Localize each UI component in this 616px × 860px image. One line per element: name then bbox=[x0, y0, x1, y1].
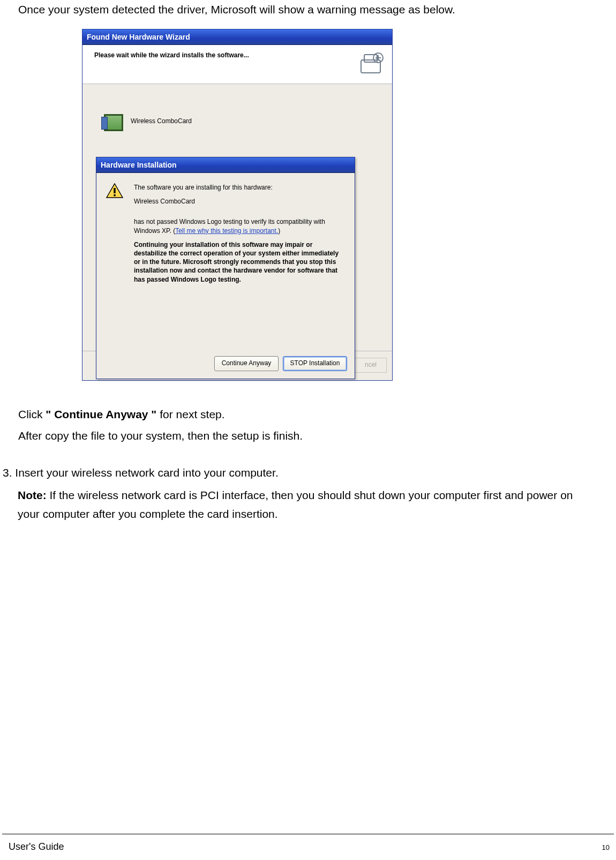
post-screenshot-text: Click " Continue Anyway " for next step.… bbox=[18, 403, 597, 447]
svg-rect-5 bbox=[114, 194, 115, 196]
click-pre: Click bbox=[18, 408, 46, 420]
hardware-installation-dialog: Hardware Installation The software you a… bbox=[96, 157, 355, 379]
click-post: for next step. bbox=[156, 408, 224, 420]
step-3-line1: 3. Insert your wireless network card int… bbox=[3, 463, 597, 482]
hw-device-name: Wireless ComboCard bbox=[134, 198, 195, 205]
stop-installation-button[interactable]: STOP Installation bbox=[283, 356, 347, 371]
screenshot-container: Found New Hardware Wizard Please wait wh… bbox=[82, 29, 393, 381]
device-name-label: Wireless ComboCard bbox=[131, 117, 192, 125]
page-number: 10 bbox=[602, 843, 610, 851]
note-label: Note: bbox=[18, 489, 47, 501]
cancel-button-obscured: ncel bbox=[355, 358, 387, 373]
hardware-installation-buttons: Continue Anyway STOP Installation bbox=[214, 356, 347, 371]
hw-warning-bold: Continuing your installation of this sof… bbox=[134, 241, 339, 283]
note-body: If the wireless network card is PCI inte… bbox=[18, 489, 573, 520]
svg-rect-4 bbox=[114, 188, 115, 193]
wizard-header-text: Please wait while the wizard installs th… bbox=[94, 51, 249, 59]
wizard-header: Please wait while the wizard installs th… bbox=[82, 45, 392, 84]
wizard-titlebar: Found New Hardware Wizard bbox=[82, 29, 392, 45]
after-copy-line: After copy the file to your system, then… bbox=[18, 426, 597, 446]
intro-text: Once your system detected the driver, Mi… bbox=[18, 0, 597, 19]
hardware-installation-titlebar: Hardware Installation bbox=[96, 157, 355, 173]
device-icon bbox=[104, 114, 123, 131]
install-icon bbox=[359, 50, 385, 76]
hw-logo-line-close: ) bbox=[278, 227, 280, 235]
footer-rule bbox=[2, 834, 614, 834]
tell-me-why-link[interactable]: Tell me why this testing is important. bbox=[175, 227, 278, 235]
continue-anyway-button[interactable]: Continue Anyway bbox=[214, 356, 279, 371]
footer-guide-label: User's Guide bbox=[9, 841, 64, 853]
step-3-block: 3. Insert your wireless network card int… bbox=[3, 460, 597, 527]
step-3-note: Note: If the wireless network card is PC… bbox=[18, 486, 597, 524]
click-continue-line: Click " Continue Anyway " for next step. bbox=[18, 405, 597, 424]
hw-line-intro: The software you are installing for this… bbox=[134, 184, 273, 191]
warning-icon bbox=[106, 183, 123, 198]
click-bold: " Continue Anyway " bbox=[46, 408, 156, 420]
hardware-installation-text: The software you are installing for this… bbox=[134, 183, 344, 284]
